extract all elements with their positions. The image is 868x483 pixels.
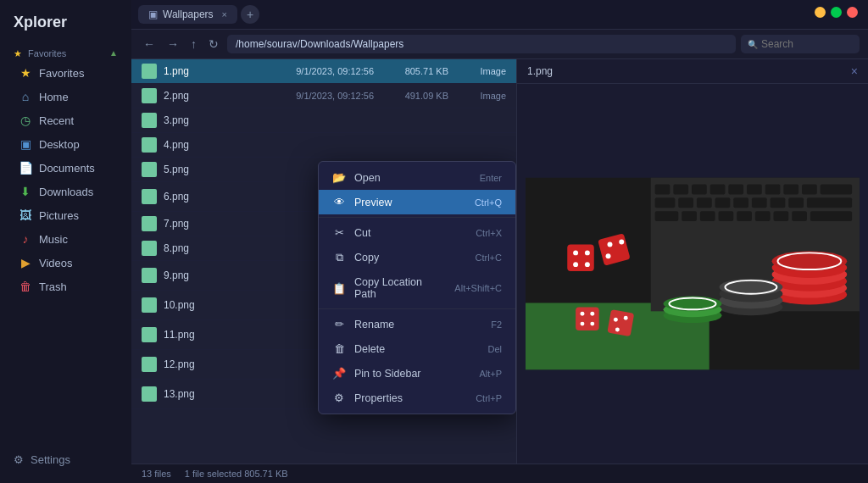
sidebar-label-recent: Recent [39, 114, 74, 127]
table-row[interactable]: 4.png [131, 133, 516, 158]
up-button[interactable]: ↑ [187, 36, 200, 53]
minimize-button[interactable] [815, 7, 826, 18]
sidebar-item-music[interactable]: ♪ Music [5, 227, 126, 251]
svg-rect-61 [755, 211, 771, 221]
svg-rect-62 [774, 211, 789, 221]
svg-point-29 [619, 240, 624, 245]
refresh-button[interactable]: ↻ [205, 36, 222, 53]
context-menu-item-open[interactable]: 📂 Open Enter [319, 165, 515, 190]
file-name: 5.png [164, 164, 282, 175]
search-input[interactable] [741, 35, 860, 53]
ctx-label: Copy [354, 252, 467, 264]
sidebar-label-desktop: Desktop [39, 138, 80, 151]
videos-icon: ▶ [19, 256, 32, 269]
favorites-icon: ★ [19, 66, 32, 80]
recent-icon: ◷ [19, 114, 32, 127]
context-menu-item-rename[interactable]: ✏ Rename F2 [319, 312, 515, 336]
svg-rect-47 [576, 307, 599, 330]
ctx-label: Properties [354, 392, 467, 404]
svg-rect-18 [752, 197, 767, 208]
file-list-panel: 1.png 9/1/2023, 09:12:56 805.71 KB Image… [131, 59, 516, 464]
svg-point-53 [614, 318, 618, 322]
preview-image-area [517, 84, 868, 464]
sidebar-nav: ★ Favorites ⌂ Home ◷ Recent ▣ Desktop 📄 … [0, 61, 131, 298]
svg-point-28 [608, 242, 613, 247]
svg-rect-11 [802, 185, 817, 195]
new-tab-button[interactable]: + [241, 5, 259, 24]
ctx-shortcut: Alt+P [479, 369, 502, 379]
table-row[interactable]: 1.png 9/1/2023, 09:12:56 805.71 KB Image [131, 59, 516, 84]
svg-rect-19 [771, 197, 786, 208]
context-menu-item-preview[interactable]: 👁 Preview Ctrl+Q [319, 190, 515, 214]
file-name: 10.png [164, 299, 282, 311]
tab-bar: ▣ Wallpapers × + [131, 0, 868, 30]
sidebar-label-pictures: Pictures [39, 209, 79, 222]
sidebar-item-trash[interactable]: 🗑 Trash [5, 275, 126, 298]
svg-rect-13 [655, 197, 676, 208]
sidebar: Xplorer ★ Favorites ▲ ★ Favorites ⌂ Home… [0, 0, 131, 483]
sidebar-item-home[interactable]: ⌂ Home [5, 85, 126, 108]
tab-label: ▣ [148, 8, 158, 20]
context-menu-item-delete[interactable]: 🗑 Delete Del [319, 336, 515, 361]
sidebar-item-desktop[interactable]: ▣ Desktop [5, 132, 126, 156]
sidebar-item-videos[interactable]: ▶ Videos [5, 251, 126, 275]
file-name: 11.png [164, 329, 282, 341]
sidebar-item-pictures[interactable]: 🖼 Pictures [5, 203, 126, 227]
settings-label: Settings [31, 453, 70, 466]
svg-point-25 [573, 262, 578, 267]
svg-rect-22 [567, 245, 594, 272]
svg-rect-59 [719, 211, 734, 221]
ctx-shortcut: Ctrl+P [476, 393, 502, 403]
file-icon [142, 137, 157, 153]
context-menu-item-cut[interactable]: ✂ Cut Ctrl+X [319, 220, 515, 245]
svg-rect-20 [788, 197, 804, 208]
home-icon: ⌂ [19, 90, 32, 103]
forward-button[interactable]: → [164, 36, 182, 53]
context-menu-item-properties[interactable]: ⚙ Properties Ctrl+P [319, 386, 515, 410]
back-button[interactable]: ← [140, 36, 159, 53]
arrow-icon: ▲ [109, 48, 118, 58]
preview-close-button[interactable]: × [851, 64, 858, 78]
ctx-shortcut: Ctrl+C [476, 253, 502, 263]
svg-rect-56 [655, 211, 679, 221]
ctx-shortcut: F2 [491, 319, 502, 330]
context-menu-item-pin-to-sidebar[interactable]: 📌 Pin to Sidebar Alt+P [319, 361, 515, 386]
table-row[interactable]: 2.png 9/1/2023, 09:12:56 491.09 KB Image [131, 84, 516, 108]
context-menu-item-copy[interactable]: ⧉ Copy Ctrl+C [319, 245, 515, 270]
ctx-label: Open [354, 172, 471, 184]
tab-close-button[interactable]: × [222, 9, 227, 19]
file-name: 7.png [164, 218, 282, 230]
svg-rect-58 [700, 211, 715, 221]
file-name: 6.png [164, 191, 282, 203]
svg-rect-15 [697, 197, 712, 208]
settings-item[interactable]: ⚙ Settings [0, 447, 131, 473]
file-icon [142, 88, 157, 103]
sidebar-item-downloads[interactable]: ⬇ Downloads [5, 180, 126, 203]
ctx-icon: 👁 [332, 196, 346, 208]
file-icon [142, 357, 157, 372]
table-row[interactable]: 3.png [131, 108, 516, 133]
file-icon [142, 162, 157, 177]
preview-filename: 1.png [527, 65, 553, 77]
context-menu: 📂 Open Enter 👁 Preview Ctrl+Q ✂ Cut Ctrl… [318, 161, 516, 414]
ctx-shortcut: Enter [480, 173, 502, 183]
sidebar-item-recent[interactable]: ◷ Recent [5, 108, 126, 132]
file-icon [142, 297, 157, 313]
star-icon: ★ [14, 48, 22, 58]
svg-point-50 [581, 322, 585, 326]
music-icon: ♪ [19, 232, 32, 246]
close-button[interactable] [847, 7, 858, 18]
maximize-button[interactable] [831, 7, 842, 18]
svg-rect-64 [810, 211, 852, 221]
svg-point-48 [581, 312, 585, 316]
svg-rect-5 [692, 185, 707, 195]
address-bar[interactable] [227, 35, 736, 53]
sidebar-item-documents[interactable]: 📄 Documents [5, 156, 126, 180]
context-menu-item-copy-location-path[interactable]: 📋 Copy Location Path Alt+Shift+C [319, 270, 515, 306]
tab-wallpapers[interactable]: ▣ Wallpapers × [138, 5, 237, 24]
documents-icon: 📄 [19, 161, 32, 175]
file-icon [142, 64, 157, 79]
sidebar-item-favorites[interactable]: ★ Favorites [5, 61, 126, 85]
svg-point-54 [624, 316, 628, 320]
svg-rect-7 [728, 185, 743, 195]
